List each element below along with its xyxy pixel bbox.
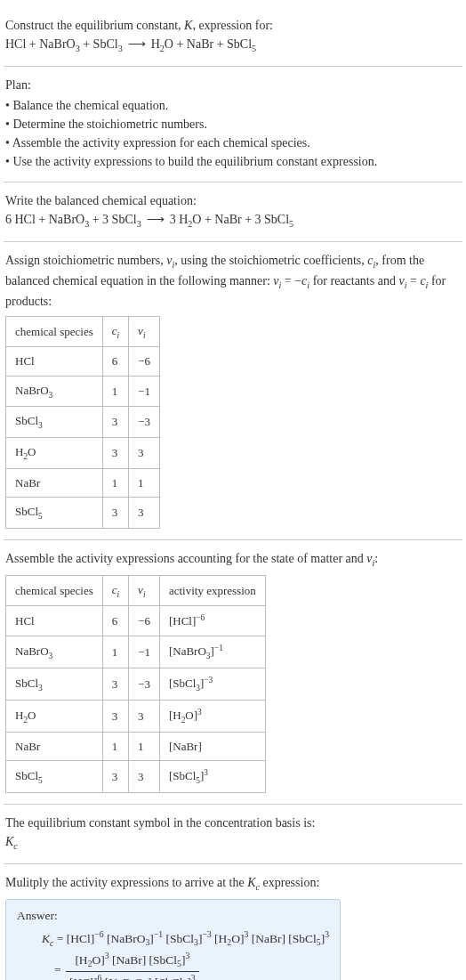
cell-v: −6 bbox=[129, 606, 160, 636]
cell-activity: [HCl]−6 bbox=[159, 606, 265, 636]
table-row: H2O33[H2O]3 bbox=[6, 701, 266, 733]
cell-c: 3 bbox=[102, 407, 128, 438]
table-row: NaBr11[NaBr] bbox=[6, 732, 266, 761]
answer-line1: Kc = [HCl]−6 [NaBrO3]−1 [SbCl3]−3 [H2O]3… bbox=[17, 928, 329, 950]
table-row: NaBrO31−1 bbox=[6, 376, 160, 407]
section-final: Mulitply the activity expressions to arr… bbox=[4, 864, 462, 980]
cell-v: −3 bbox=[129, 407, 160, 438]
table-row: H2O33 bbox=[6, 438, 160, 469]
frac-denominator: [HCl]6 [NaBrO3] [SbCl3]3 bbox=[66, 972, 199, 980]
symbol-kc: Kc bbox=[5, 832, 461, 853]
answer-fraction: [H2O]3 [NaBr] [SbCl5]3 [HCl]6 [NaBrO3] [… bbox=[66, 950, 199, 980]
cell-activity: [H2O]3 bbox=[159, 701, 265, 733]
cell-v: 1 bbox=[129, 468, 160, 498]
cell-c: 3 bbox=[102, 668, 128, 701]
balanced-equation: 6 HCl + NaBrO3 + 3 SbCl3⟶3 H2O + NaBr + … bbox=[5, 210, 461, 231]
section-symbol: The equilibrium constant symbol in the c… bbox=[4, 805, 462, 864]
col-activity: activity expression bbox=[159, 575, 265, 606]
cell-species: HCl bbox=[6, 347, 103, 377]
answer-title: Answer: bbox=[17, 907, 329, 925]
activity-table: chemical species ci νi activity expressi… bbox=[5, 575, 266, 794]
plan-item: • Assemble the activity expression for e… bbox=[5, 134, 461, 152]
cell-species: H2O bbox=[6, 701, 103, 733]
cell-species: SbCl5 bbox=[6, 761, 103, 793]
cell-v: −6 bbox=[129, 347, 160, 377]
table-header-row: chemical species ci νi activity expressi… bbox=[6, 575, 266, 606]
cell-c: 6 bbox=[102, 606, 128, 636]
section-activity: Assemble the activity expressions accoun… bbox=[4, 540, 462, 806]
cell-activity: [NaBr] bbox=[159, 732, 265, 761]
col-species: chemical species bbox=[6, 316, 103, 347]
cell-v: −3 bbox=[129, 668, 160, 701]
balanced-title: Write the balanced chemical equation: bbox=[5, 191, 461, 210]
plan-title: Plan: bbox=[5, 76, 461, 94]
table-row: SbCl533[SbCl5]3 bbox=[6, 761, 266, 793]
cell-species: NaBr bbox=[6, 732, 103, 761]
cell-species: H2O bbox=[6, 438, 103, 469]
table-row: SbCl533 bbox=[6, 498, 160, 529]
answer-box: Answer: Kc = [HCl]−6 [NaBrO3]−1 [SbCl3]−… bbox=[5, 899, 341, 980]
table-header-row: chemical species ci νi bbox=[6, 316, 160, 347]
plan-item: • Balance the chemical equation. bbox=[5, 96, 461, 115]
cell-v: −1 bbox=[129, 636, 160, 668]
table-row: SbCl33−3 bbox=[6, 407, 160, 438]
cell-c: 3 bbox=[102, 701, 128, 733]
plan-item: • Determine the stoichiometric numbers. bbox=[5, 115, 461, 134]
cell-activity: [NaBrO3]−1 bbox=[159, 636, 265, 668]
cell-v: 3 bbox=[129, 701, 160, 733]
section-intro: Construct the equilibrium constant, K, e… bbox=[4, 7, 462, 67]
cell-species: SbCl5 bbox=[6, 498, 103, 529]
answer-line2: = [H2O]3 [NaBr] [SbCl5]3 [HCl]6 [NaBrO3]… bbox=[17, 950, 329, 980]
multiply-text: Mulitply the activity expressions to arr… bbox=[5, 873, 461, 894]
intro-line1: Construct the equilibrium constant, K, e… bbox=[5, 16, 461, 35]
intro-equation: HCl + NaBrO3 + SbCl3⟶H2O + NaBr + SbCl5 bbox=[5, 35, 461, 55]
table-row: NaBrO31−1[NaBrO3]−1 bbox=[6, 636, 266, 668]
table-row: SbCl33−3[SbCl3]−3 bbox=[6, 668, 266, 701]
section-balanced: Write the balanced chemical equation: 6 … bbox=[4, 182, 462, 242]
cell-c: 1 bbox=[102, 732, 128, 761]
cell-activity: [SbCl3]−3 bbox=[159, 668, 265, 701]
stoich-table: chemical species ci νi HCl6−6 NaBrO31−1 … bbox=[5, 316, 160, 529]
col-ci: ci bbox=[102, 316, 128, 347]
frac-numerator: [H2O]3 [NaBr] [SbCl5]3 bbox=[66, 950, 199, 972]
cell-v: −1 bbox=[129, 376, 160, 407]
cell-c: 3 bbox=[102, 498, 128, 529]
section-assign: Assign stoichiometric numbers, νi, using… bbox=[4, 242, 462, 540]
col-vi: νi bbox=[129, 575, 160, 606]
cell-species: NaBrO3 bbox=[6, 636, 103, 668]
cell-c: 1 bbox=[102, 376, 128, 407]
cell-v: 3 bbox=[129, 438, 160, 469]
cell-species: NaBr bbox=[6, 468, 103, 498]
cell-c: 6 bbox=[102, 347, 128, 377]
cell-species: SbCl3 bbox=[6, 407, 103, 438]
col-vi: νi bbox=[129, 316, 160, 347]
table-row: HCl6−6[HCl]−6 bbox=[6, 606, 266, 636]
cell-c: 3 bbox=[102, 761, 128, 793]
symbol-line1: The equilibrium constant symbol in the c… bbox=[5, 814, 461, 832]
plan-item: • Use the activity expressions to build … bbox=[5, 152, 461, 171]
col-ci: ci bbox=[102, 575, 128, 606]
cell-species: SbCl3 bbox=[6, 668, 103, 701]
cell-c: 1 bbox=[102, 636, 128, 668]
cell-c: 1 bbox=[102, 468, 128, 498]
cell-c: 3 bbox=[102, 438, 128, 469]
assign-text: Assign stoichiometric numbers, νi, using… bbox=[5, 251, 461, 311]
cell-v: 3 bbox=[129, 761, 160, 793]
cell-species: NaBrO3 bbox=[6, 376, 103, 407]
table-row: NaBr11 bbox=[6, 468, 160, 498]
cell-v: 3 bbox=[129, 498, 160, 529]
section-plan: Plan: • Balance the chemical equation. •… bbox=[4, 67, 462, 182]
cell-species: HCl bbox=[6, 606, 103, 636]
col-species: chemical species bbox=[6, 575, 103, 606]
activity-text: Assemble the activity expressions accoun… bbox=[5, 549, 461, 570]
cell-activity: [SbCl5]3 bbox=[159, 761, 265, 793]
cell-v: 1 bbox=[129, 732, 160, 761]
table-row: HCl6−6 bbox=[6, 347, 160, 377]
